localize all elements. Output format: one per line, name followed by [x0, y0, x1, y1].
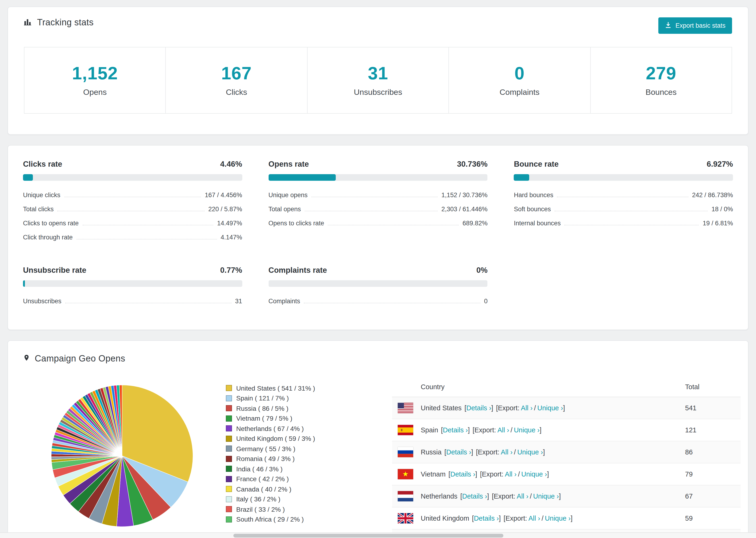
flag-uk-icon: [398, 513, 413, 523]
horizontal-scrollbar[interactable]: [0, 532, 756, 538]
rate-percent: 0.77%: [220, 266, 242, 275]
export-all-link[interactable]: All ›: [498, 426, 509, 434]
stat-label: Opens: [83, 88, 107, 97]
summary-stats-strip: 1,152 Opens 167 Clicks 31 Unsubscribes 0…: [17, 47, 739, 114]
export-all-link[interactable]: All ›: [505, 470, 516, 478]
legend-item: Netherlands ( 67 / 4% ): [226, 423, 365, 434]
rate-percent: 4.46%: [220, 160, 242, 169]
rate-title: Opens rate: [268, 160, 309, 169]
export-unique-link[interactable]: Unique ›: [514, 426, 540, 434]
export-all-link[interactable]: All ›: [521, 404, 533, 412]
stat-row: Click through rate4.147%: [23, 230, 242, 244]
download-icon: [665, 22, 672, 29]
stat-cell-complaints: 0 Complaints: [449, 47, 590, 114]
table-row: Russia [Details ›] [Export:All ›/Unique …: [392, 441, 740, 463]
stat-row: Clicks to opens rate14.497%: [23, 216, 242, 230]
pie-chart-svg: [49, 383, 195, 529]
bar-chart-icon: [24, 18, 32, 27]
geo-table: Country Total United States [Details ›] …: [392, 377, 740, 538]
details-link[interactable]: Details ›: [466, 404, 491, 412]
total-cell: 59: [685, 514, 740, 522]
total-cell: 541: [685, 404, 740, 412]
details-link[interactable]: Details ›: [443, 426, 468, 434]
stat-value: 167: [221, 63, 252, 83]
stat-value: 31: [368, 63, 388, 83]
legend-item: Russia ( 86 / 5% ): [226, 403, 365, 413]
flag-vietnam-icon: [398, 469, 413, 479]
page-title: Tracking stats: [37, 17, 94, 28]
opens-rate-block: Opens rate 30.736% Unique opens1,152 / 3…: [268, 160, 487, 244]
stat-row: Unique opens1,152 / 30.736%: [268, 188, 487, 202]
export-unique-link[interactable]: Unique ›: [517, 448, 543, 456]
details-link[interactable]: Details ›: [446, 448, 471, 456]
table-header-row: Country Total: [392, 377, 740, 397]
details-link[interactable]: Details ›: [462, 493, 487, 500]
tracking-stats-card: Tracking stats Export basic stats 1,152 …: [8, 7, 748, 135]
export-all-link[interactable]: All ›: [517, 493, 528, 500]
clicks-rate-progress: [23, 174, 242, 181]
legend-item: United Kingdom ( 59 / 3% ): [226, 434, 365, 444]
dotted-leader: [304, 211, 438, 211]
unsubscribe-rate-block: Unsubscribe rate 0.77% Unsubscribes31: [23, 266, 242, 308]
legend-item: Italy ( 36 / 2% ): [226, 494, 365, 504]
total-cell: 67: [685, 493, 740, 500]
dotted-leader: [555, 211, 708, 211]
export-unique-link[interactable]: Unique ›: [533, 493, 559, 500]
legend-swatch: [226, 395, 232, 402]
country-name: United Kingdom: [421, 514, 469, 522]
export-unique-link[interactable]: Unique ›: [521, 470, 547, 478]
geo-opens-card: Campaign Geo Opens United States ( 541 /…: [8, 340, 748, 538]
stat-row: Complaints0: [268, 294, 487, 308]
legend-swatch: [226, 506, 232, 512]
scrollbar-thumb[interactable]: [233, 534, 503, 538]
export-all-link[interactable]: All ›: [501, 448, 513, 456]
stat-label: Unsubscribes: [354, 88, 402, 97]
export-button-label: Export basic stats: [675, 22, 726, 29]
dotted-leader: [82, 225, 213, 225]
legend-item: France ( 42 / 2% ): [226, 474, 365, 484]
stat-row: Opens to clicks rate689.82%: [268, 216, 487, 230]
total-cell: 86: [685, 448, 740, 456]
stat-cell-opens: 1,152 Opens: [24, 47, 166, 114]
legend-item: Spain ( 121 / 7% ): [226, 393, 365, 403]
dotted-leader: [311, 196, 438, 197]
stat-label: Clicks: [226, 88, 247, 97]
rate-title: Unsubscribe rate: [23, 266, 86, 275]
dotted-leader: [65, 302, 232, 303]
export-all-link[interactable]: All ›: [528, 514, 540, 522]
export-unique-link[interactable]: Unique ›: [537, 404, 563, 412]
export-unique-link[interactable]: Unique ›: [545, 514, 571, 522]
rate-title: Bounce rate: [514, 160, 559, 169]
dotted-leader: [77, 239, 217, 239]
legend-item: Canada ( 40 / 2% ): [226, 484, 365, 494]
bounce-rate-block: Bounce rate 6.927% Hard bounces242 / 86.…: [514, 160, 733, 244]
stat-value: 0: [514, 63, 524, 83]
stat-label: Complaints: [500, 88, 540, 97]
rate-percent: 30.736%: [457, 160, 487, 169]
legend-item: Brazil ( 33 / 2% ): [226, 504, 365, 514]
stat-row: Soft bounces18 / 0%: [514, 202, 733, 216]
legend-swatch: [226, 466, 232, 472]
column-header-total: Total: [685, 383, 740, 390]
table-row: Netherlands [Details ›] [Export:All ›/Un…: [392, 485, 740, 508]
stat-cell-clicks: 167 Clicks: [166, 47, 307, 114]
legend-item: Romania ( 49 / 3% ): [226, 454, 365, 464]
stat-row: Total opens2,303 / 61.446%: [268, 202, 487, 216]
complaints-rate-progress: [268, 280, 487, 287]
export-basic-stats-button[interactable]: Export basic stats: [659, 17, 732, 34]
details-link[interactable]: Details ›: [474, 514, 499, 522]
total-cell: 79: [685, 470, 740, 478]
details-link[interactable]: Details ›: [450, 470, 475, 478]
legend-swatch: [226, 476, 232, 482]
rate-percent: 0%: [476, 266, 488, 275]
rate-title: Complaints rate: [268, 266, 327, 275]
legend-swatch: [226, 456, 232, 462]
legend-item: Vietnam ( 79 / 5% ): [226, 413, 365, 423]
rates-card: Clicks rate 4.46% Unique clicks167 / 4.4…: [8, 145, 748, 330]
complaints-rate-block: Complaints rate 0% Complaints0: [268, 266, 487, 308]
geo-legend: United States ( 541 / 31% ) Spain ( 121 …: [226, 383, 365, 538]
flag-us-icon: [398, 403, 413, 413]
unsubscribe-rate-progress: [23, 280, 242, 287]
stat-value: 279: [646, 63, 676, 83]
rate-title: Clicks rate: [23, 160, 62, 169]
